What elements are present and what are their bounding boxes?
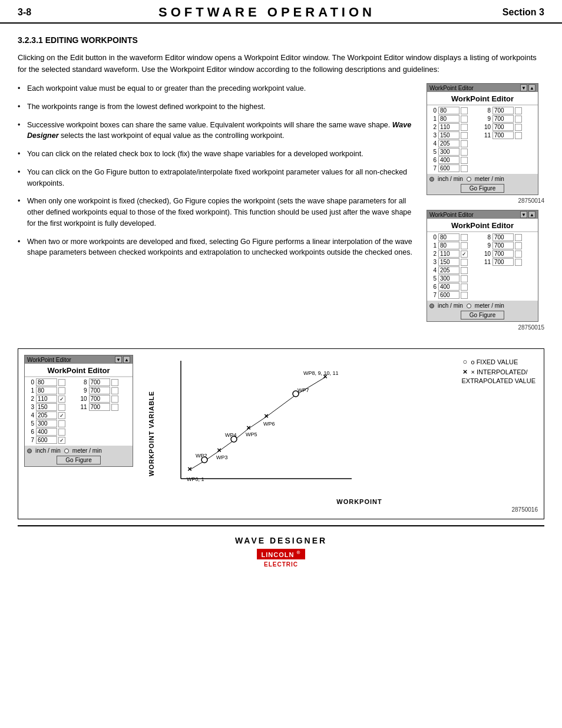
wp-input-6[interactable] <box>438 156 459 164</box>
go-figure-button-1[interactable]: Go Figure <box>461 184 504 193</box>
wp3-checkbox-11[interactable] <box>111 404 118 411</box>
minimize-button-2[interactable]: ▼ <box>520 211 527 218</box>
wp3-input-1[interactable] <box>36 387 57 394</box>
wp3-checkbox-5[interactable] <box>58 420 65 427</box>
wp3-input-5[interactable] <box>36 420 57 427</box>
wp-input-7[interactable] <box>438 164 459 172</box>
maximize-button[interactable]: ▲ <box>528 84 535 91</box>
go-figure-button-2[interactable]: Go Figure <box>461 311 504 319</box>
wp-input-4[interactable] <box>438 140 459 147</box>
wp-editor-2: WorkPoint Editor ▼ ▲ WorkPoint Editor 0 <box>427 210 538 322</box>
wp3-checkbox-3[interactable] <box>58 404 65 411</box>
wp2-input-6[interactable] <box>438 283 459 291</box>
graph-label-wp3: WP3 <box>216 454 228 460</box>
wp-checkbox-4[interactable] <box>461 140 468 147</box>
wp-checkbox-2[interactable] <box>461 124 468 131</box>
wp3-input-9[interactable] <box>89 387 110 394</box>
wp2-input-9[interactable] <box>492 242 514 249</box>
wp-input-5[interactable] <box>438 148 459 156</box>
wp3-checkbox-2[interactable]: ✓ <box>58 396 65 403</box>
wp3-input-11[interactable] <box>89 403 110 411</box>
wp2-checkbox-0[interactable] <box>461 234 468 241</box>
wp-checkbox-9[interactable] <box>515 116 522 123</box>
wp2-input-2[interactable] <box>438 250 459 258</box>
bottom-left: WorkPoint Editor ▼ ▲ WorkPoint Editor 0 <box>24 355 148 513</box>
wp2-checkbox-10[interactable] <box>515 251 522 258</box>
minimize-button[interactable]: ▼ <box>520 84 527 91</box>
wp2-input-4[interactable] <box>438 266 459 274</box>
lincoln-badge-wrapper: LINCOLN ® ELECTRIC <box>18 549 544 568</box>
wp3-input-7[interactable] <box>36 436 57 444</box>
fig-caption-1: 28750014 <box>427 197 544 204</box>
wp2-checkbox-1[interactable] <box>461 242 468 249</box>
wp-checkbox-0[interactable] <box>461 107 468 114</box>
editor-body-2: 0 1 2 <box>427 232 538 301</box>
maximize-button-2[interactable]: ▲ <box>528 211 535 218</box>
wp3-input-4[interactable] <box>36 411 57 419</box>
wp3-input-10[interactable] <box>89 395 110 403</box>
wp-checkbox-3[interactable] <box>461 132 468 139</box>
wp-input-8[interactable] <box>492 107 514 114</box>
wp-checkbox-10[interactable] <box>515 124 522 131</box>
lincoln-badge: LINCOLN ® <box>257 549 306 559</box>
wp2-checkbox-2[interactable]: ✓ <box>461 251 468 258</box>
wp2-checkbox-6[interactable] <box>461 284 468 291</box>
wp-input-2[interactable] <box>438 123 459 131</box>
wp-checkbox-1[interactable] <box>461 116 468 123</box>
wp-row-6: 6 <box>429 156 481 164</box>
graph-x-wp6: × <box>264 411 269 420</box>
wp2-checkbox-7[interactable] <box>461 292 468 299</box>
wp3-checkbox-9[interactable] <box>111 387 118 394</box>
wp2-input-1[interactable] <box>438 242 459 249</box>
radio-inch-icon <box>429 177 434 182</box>
wp2-input-10[interactable] <box>492 250 514 258</box>
wp-input-11[interactable] <box>492 131 514 139</box>
wp2-input-7[interactable] <box>438 291 459 299</box>
wp3-checkbox-4[interactable]: ✓ <box>58 412 65 419</box>
wp3-input-3[interactable] <box>36 403 57 411</box>
wp3-input-0[interactable] <box>36 378 57 386</box>
wp2-input-3[interactable] <box>438 258 459 266</box>
radio-inch-label-3: inch / min <box>35 447 61 454</box>
wp3-input-2[interactable] <box>36 395 57 403</box>
wp-input-9[interactable] <box>492 115 514 123</box>
trademark-symbol: ® <box>297 550 301 555</box>
wp3-checkbox-7[interactable]: ✓ <box>58 437 65 444</box>
lincoln-label: LINCOLN <box>262 551 295 558</box>
wp3-checkbox-8[interactable] <box>111 379 118 386</box>
wp2-input-5[interactable] <box>438 275 459 282</box>
wp-input-1[interactable] <box>438 115 459 123</box>
graph-svg: × WP0, 1 WP2 × WP3 WP4 <box>157 355 358 496</box>
minimize-button-3[interactable]: ▼ <box>115 356 122 363</box>
wp-input-10[interactable] <box>492 123 514 131</box>
wp-checkbox-11[interactable] <box>515 132 522 139</box>
wp3-checkbox-10[interactable] <box>111 396 118 403</box>
wp2-input-11[interactable] <box>492 258 514 266</box>
wp3-checkbox-0[interactable] <box>58 379 65 386</box>
wp2-checkbox-3[interactable] <box>461 259 468 266</box>
wp-checkbox-7[interactable] <box>461 165 468 172</box>
wp-input-3[interactable] <box>438 131 459 139</box>
graph-x-wp01: × <box>187 465 192 473</box>
wp-input-0[interactable] <box>438 107 459 114</box>
wp2-checkbox-8[interactable] <box>515 234 522 241</box>
radio-meter-icon-2 <box>467 304 471 308</box>
wp-checkbox-6[interactable] <box>461 157 468 164</box>
go-figure-button-3[interactable]: Go Figure <box>57 456 100 465</box>
wp-checkbox-8[interactable] <box>515 107 522 114</box>
wp2-input-0[interactable] <box>438 233 459 241</box>
wp3-checkbox-1[interactable] <box>58 387 65 394</box>
wp-row-3: 3 <box>429 131 481 139</box>
wp-checkbox-5[interactable] <box>461 149 468 156</box>
maximize-button-3[interactable]: ▲ <box>123 356 130 363</box>
wp2-checkbox-11[interactable] <box>515 259 522 266</box>
wp2-checkbox-5[interactable] <box>461 275 468 282</box>
graph-caption: 28750016 <box>157 506 538 513</box>
wp3-input-8[interactable] <box>89 378 110 386</box>
wp2-checkbox-9[interactable] <box>515 242 522 249</box>
wp2-checkbox-4[interactable] <box>461 267 468 274</box>
wp3-checkbox-6[interactable] <box>58 429 65 436</box>
wp2-input-8[interactable] <box>492 233 514 241</box>
editor-heading-3: WorkPoint Editor <box>25 364 133 376</box>
wp3-input-6[interactable] <box>36 428 57 436</box>
